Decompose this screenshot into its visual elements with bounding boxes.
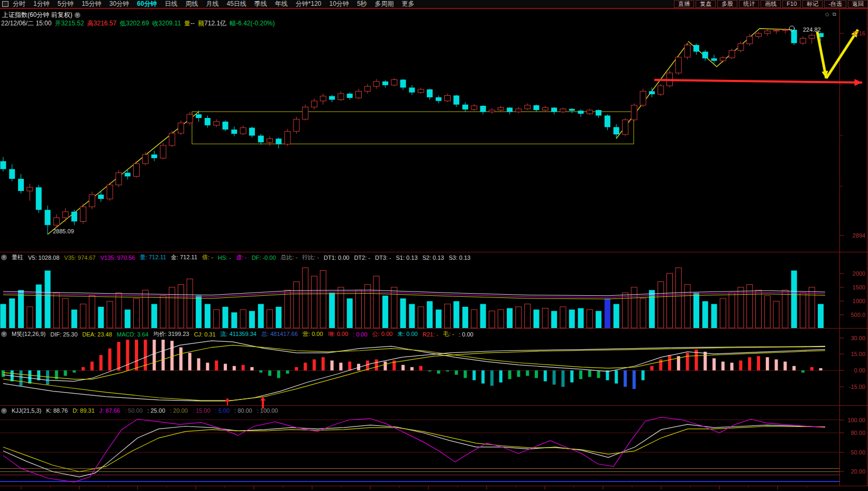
indicator-field: : 0.00 bbox=[459, 331, 473, 338]
indicator-field: DIF: 25.30 bbox=[50, 331, 77, 338]
timeline-strip bbox=[21, 486, 807, 489]
indicator-field: 毛: - bbox=[443, 330, 454, 338]
indicator-field: 营: 0.00 bbox=[303, 330, 323, 338]
indicator-field: 总: 481417.66 bbox=[261, 330, 298, 338]
axis-label: -15.00 bbox=[839, 384, 865, 390]
axis-label: 2000 bbox=[839, 270, 865, 277]
indicator-field: 金: 712.11 bbox=[171, 253, 197, 261]
macd-indicator-row: ˅M笑(12,26,9)DIF: 25.30DEA: 23.48MACD: 3.… bbox=[1, 330, 473, 338]
indicator-field: V35: 974.67 bbox=[64, 254, 95, 261]
axis-label: 3216 bbox=[839, 30, 865, 37]
indicator-field: S3: 0.13 bbox=[449, 254, 471, 261]
axis-label: 50.00 bbox=[839, 449, 865, 456]
indicator-field: 量: 712.11 bbox=[140, 253, 166, 261]
indicator-field: 虚: - bbox=[236, 253, 247, 261]
kdj-lines bbox=[3, 417, 825, 483]
volume-indicator-row: ˅量柱V5: 1028.08V35: 974.67V135: 970.56量: … bbox=[1, 253, 470, 261]
axis-label: 500.0 bbox=[839, 312, 865, 318]
indicator-field: DT1: 0.00 bbox=[324, 254, 349, 261]
macd-collapse-icon[interactable]: ˅ bbox=[1, 331, 7, 337]
volume-collapse-icon[interactable]: ˅ bbox=[1, 254, 7, 260]
indicator-field: R21: - bbox=[423, 331, 438, 338]
indicator-field[interactable]: M笑(12,26,9) bbox=[12, 330, 45, 338]
axis-label: 30.00 bbox=[839, 335, 865, 341]
indicator-field: K: 88.76 bbox=[46, 407, 68, 414]
indicator-field[interactable]: KJJ(21,5,3) bbox=[12, 407, 41, 414]
kdj-collapse-icon[interactable]: ˅ bbox=[1, 408, 7, 414]
axis-label: 20.00 bbox=[839, 468, 865, 475]
volume-ma-lines bbox=[3, 290, 825, 299]
axis-label: 1500 bbox=[839, 284, 865, 290]
indicator-field: S2: 0.13 bbox=[423, 254, 444, 261]
axis-label: 0.00 bbox=[839, 367, 865, 374]
indicator-field: CJ: 0.31 bbox=[194, 331, 216, 338]
arrow-annotation bbox=[817, 32, 828, 78]
indicator-field: HS: - bbox=[218, 254, 231, 261]
indicator-field: : 0.00 bbox=[353, 331, 368, 338]
axis-label: 15.00 bbox=[839, 351, 865, 357]
indicator-field: : 100.00 bbox=[257, 407, 278, 414]
axis-label: 2894 bbox=[839, 232, 865, 239]
indicator-field: 未: 0.00 bbox=[397, 330, 418, 338]
indicator-field: S1: 0.13 bbox=[396, 254, 418, 261]
indicator-field: V135: 970.56 bbox=[100, 254, 135, 261]
indicator-field: D: 89.31 bbox=[72, 407, 95, 414]
indicator-field: 行比: - bbox=[302, 253, 319, 261]
axis-label: 1000 bbox=[839, 298, 865, 304]
indicator-field: 增: 0.00 bbox=[328, 330, 349, 338]
indicator-field: : 80.00 bbox=[234, 407, 252, 414]
indicator-field: : 15.00 bbox=[193, 407, 211, 414]
indicator-field: 公: 0.00 bbox=[372, 330, 393, 338]
indicator-field: : 20.00 bbox=[170, 407, 188, 414]
indicator-field: 流: 411359.34 bbox=[221, 330, 257, 338]
indicator-field: : 50.00 bbox=[125, 407, 143, 414]
charts-canvas[interactable] bbox=[0, 0, 868, 491]
axis-label: 80.00 bbox=[839, 430, 865, 436]
indicator-field: MACD: 3.64 bbox=[117, 331, 149, 338]
indicator-field: : 5.00 bbox=[215, 407, 230, 414]
indicator-field: J: 87.66 bbox=[99, 407, 120, 414]
trading-terminal-window: { "menu_bar": { "items": [ {"label":"分时"… bbox=[0, 0, 868, 491]
indicator-field: 倍: - bbox=[202, 253, 213, 261]
indicator-field: DT3: - bbox=[375, 254, 391, 261]
arrow-annotation bbox=[654, 79, 862, 86]
indicator-field: V5: 1028.08 bbox=[28, 254, 59, 261]
indicator-field: DT2: - bbox=[354, 254, 370, 261]
low-price-label: 2885.09 bbox=[53, 228, 74, 234]
indicator-field: : 25.00 bbox=[148, 407, 166, 414]
volume-bars bbox=[1, 268, 824, 328]
indicator-field: DF: -0.00 bbox=[252, 254, 276, 261]
indicator-field: 总比: - bbox=[281, 253, 298, 261]
indicator-field: 均价: 3199.23 bbox=[153, 330, 189, 338]
indicator-field[interactable]: 量柱 bbox=[12, 253, 23, 261]
indicator-field: DEA: 23.48 bbox=[83, 331, 112, 338]
high-price-label: 224.82 bbox=[803, 26, 821, 33]
kdj-indicator-row: ˅KJJ(21,5,3)K: 88.76D: 89.31J: 87.66: 50… bbox=[1, 407, 278, 414]
arrow-annotation bbox=[826, 30, 858, 78]
candles bbox=[1, 28, 824, 234]
axis-label: 100.00 bbox=[839, 417, 865, 423]
